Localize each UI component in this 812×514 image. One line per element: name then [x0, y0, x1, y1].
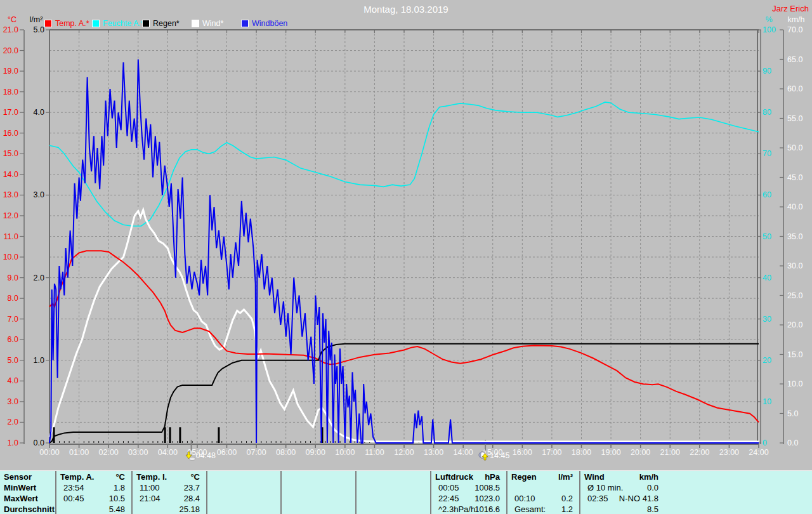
temp-axis-tick-label: 11.0	[4, 232, 18, 241]
x-minute-tick	[59, 441, 60, 443]
x-minute-tick	[241, 441, 242, 443]
rain-axis-tick-label: 1.0	[34, 356, 44, 365]
x-axis-tick-label: 21:00	[660, 448, 680, 457]
x-axis-tick-label: 09:00	[306, 448, 325, 457]
temp-axis-tick-label: 9.0	[8, 273, 18, 282]
windspeed-axis-tick-label: 65.0	[787, 55, 802, 64]
x-minute-tick	[133, 441, 133, 443]
x-axis-tick-label: 07:00	[246, 448, 266, 457]
rain-axis-tick-label: 0.0	[34, 438, 44, 447]
humidity-axis-tick-label: 50	[763, 232, 771, 241]
temp-axis-tick-label: 6.0	[8, 335, 18, 344]
table-column-separator	[506, 471, 508, 514]
temp-axis-tick-label: 14.0	[3, 170, 18, 179]
x-axis-tick-label: 17:00	[542, 448, 561, 457]
windspeed-axis-tick-label: 45.0	[787, 173, 802, 182]
x-minute-tick	[74, 441, 74, 443]
table-cell-value: 1.8	[55, 483, 125, 492]
temp-axis-tick-label: 20.0	[3, 46, 18, 55]
x-minute-tick	[202, 441, 202, 443]
temp-axis-tick-label: 15.0	[3, 149, 18, 158]
x-minute-tick	[325, 441, 325, 443]
sunrise-time-marker: 04:48	[185, 451, 216, 461]
x-axis-tick-label: 06:00	[217, 448, 237, 457]
x-axis-tick-label: 14:00	[454, 448, 473, 457]
table-cell-value: 1.2	[506, 504, 573, 514]
weather-chart-plot: 21.020.019.018.017.016.015.014.013.012.0…	[0, 0, 812, 470]
x-axis-tick-label: 12:00	[394, 448, 414, 457]
x-minute-tick	[123, 441, 124, 443]
windspeed-axis-tick-label: 55.0	[787, 114, 802, 123]
table-cell-value: 23.7	[131, 483, 200, 492]
table-row-label: Durchschnitt	[4, 504, 55, 514]
humidity-axis-tick-label: 0	[763, 438, 767, 447]
windspeed-axis-tick-label: 15.0	[787, 350, 802, 359]
sunrise-time-label: 04:48	[196, 451, 216, 460]
table-column-unit: l/m²	[506, 472, 573, 482]
windspeed-axis-tick-label: 20.0	[787, 320, 802, 329]
table-cell-value: 8.5	[579, 504, 658, 514]
x-minute-tick	[187, 441, 188, 443]
table-column-separator	[206, 471, 207, 514]
humidity-axis-tick-label: 30	[763, 315, 771, 324]
x-axis-tick-label: 03:00	[128, 448, 148, 457]
x-minute-tick	[153, 441, 154, 443]
x-minute-tick	[89, 441, 89, 443]
x-minute-tick	[261, 441, 261, 443]
x-minute-tick	[221, 441, 222, 443]
windspeed-axis-tick-label: 40.0	[787, 202, 802, 211]
temp-axis-tick-label: 10.0	[3, 253, 18, 261]
temp-axis-tick-label: 8.0	[8, 294, 18, 303]
sunrise-icon	[185, 451, 195, 461]
moon-icon	[478, 451, 489, 461]
humidity-axis-tick-label: 90	[763, 67, 771, 76]
x-axis-tick-label: 22:00	[690, 448, 709, 457]
windspeed-axis-tick-label: 0.0	[787, 438, 798, 447]
x-minute-tick	[330, 441, 331, 443]
x-axis-tick-label: 08:00	[276, 448, 296, 457]
table-row-label: MaxWert	[4, 494, 38, 503]
table-cell-value: 5.48	[55, 504, 125, 514]
x-minute-tick	[271, 441, 272, 443]
table-cell-value: 10.5	[55, 494, 125, 503]
table-column-separator	[355, 471, 357, 514]
table-row-label: MinWert	[4, 483, 36, 492]
table-column-separator	[131, 471, 133, 514]
x-axis-tick-label: 20:00	[631, 448, 650, 457]
temp-axis-tick-label: 16.0	[3, 129, 18, 138]
x-axis-tick-label: 04:00	[158, 448, 178, 457]
rain-axis-tick-label: 4.0	[34, 108, 44, 117]
x-minute-tick	[162, 441, 163, 443]
humidity-axis-tick-label: 20	[763, 356, 771, 365]
x-minute-tick	[64, 441, 65, 443]
x-axis-tick-label: 00:00	[39, 448, 59, 457]
humidity-axis-tick-label: 100	[763, 25, 776, 34]
x-minute-tick	[246, 441, 247, 443]
x-axis-tick-label: 23:00	[719, 448, 739, 457]
temp-axis-tick-label: 5.0	[8, 356, 18, 365]
temp-axis-tick-label: 13.0	[3, 190, 18, 199]
rain-intensity-bar	[218, 427, 219, 443]
x-axis-tick-label: 19:00	[601, 448, 620, 457]
moonrise-time-marker: 14:45	[478, 451, 509, 461]
x-axis-tick-label: 24:00	[749, 448, 768, 457]
x-minute-tick	[276, 441, 277, 443]
x-minute-tick	[177, 441, 178, 443]
windspeed-axis-tick-label: 60.0	[787, 84, 802, 93]
x-minute-tick	[173, 441, 173, 443]
x-minute-tick	[320, 441, 321, 443]
x-minute-tick	[266, 441, 266, 443]
temp-axis-tick-label: 1.0	[8, 438, 18, 447]
x-minute-tick	[216, 441, 217, 443]
table-column-unit: km/h	[579, 472, 658, 482]
rain-intensity-bar	[53, 427, 55, 443]
x-minute-tick	[305, 441, 306, 443]
table-column-unit: °C	[55, 472, 125, 482]
table-cell-value: 1016.6	[430, 504, 500, 514]
table-cell-value: 1008.5	[430, 483, 500, 492]
x-minute-tick	[291, 441, 291, 443]
x-minute-tick	[182, 441, 183, 443]
x-axis-tick-label: 01:00	[69, 448, 89, 457]
temp-axis-tick-label: 21.0	[3, 25, 18, 34]
temp-axis-tick-label: 2.0	[8, 418, 18, 426]
